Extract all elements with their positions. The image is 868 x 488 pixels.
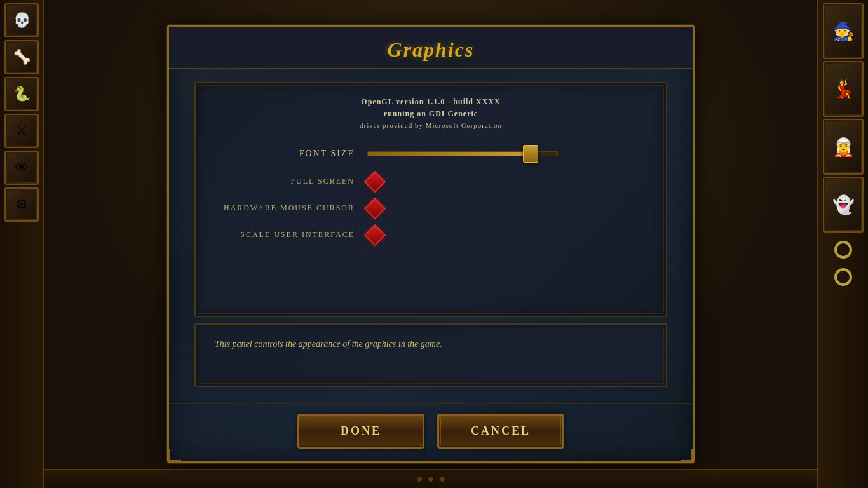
dialog-content: OpenGL version 1.1.0 - build XXXX runnin… — [169, 69, 693, 403]
full-screen-row: Full Screen — [215, 174, 647, 189]
opengl-line-1: OpenGL version 1.1.0 - build XXXX — [215, 96, 647, 108]
settings-panel: OpenGL version 1.1.0 - build XXXX runnin… — [194, 82, 667, 317]
portrait-icon-4: 👁 — [15, 159, 29, 176]
ring-icon-1 — [834, 241, 852, 259]
right-portrait-1[interactable]: 💃 — [823, 61, 864, 117]
right-portrait-3[interactable]: 👻 — [823, 177, 864, 233]
description-area: This panel controls the appearance of th… — [194, 323, 667, 387]
right-portrait-icon-2: 🧝 — [832, 137, 855, 158]
sidebar-portrait-0[interactable]: 💀 — [4, 3, 39, 37]
scale-ui-row: Scale User Interface — [215, 227, 647, 243]
dialog-overlay: Graphics OpenGL version 1.1.0 - build XX… — [44, 0, 817, 488]
right-portrait-icon-1: 💃 — [832, 79, 855, 100]
done-button[interactable]: Done — [297, 414, 424, 449]
right-portrait-0[interactable]: 🧙 — [823, 3, 864, 59]
portrait-icon-5: ⚙ — [15, 196, 28, 213]
portrait-icon-3: ⚔ — [15, 123, 28, 139]
right-sidebar: 🧙 💃 🧝 👻 — [817, 0, 868, 488]
opengl-line-3: driver provided by Microsoft Corporation — [215, 120, 647, 132]
portrait-icon-0: 💀 — [13, 12, 31, 29]
hardware-mouse-cursor-label: Hardware Mouse Cursor — [215, 203, 355, 213]
right-item-ring-2 — [823, 264, 864, 290]
font-size-slider-handle[interactable] — [523, 145, 538, 163]
right-portrait-icon-3: 👻 — [832, 194, 855, 215]
opengl-line-2: running on GDI Generic — [215, 108, 647, 120]
description-text: This panel controls the appearance of th… — [215, 337, 442, 351]
sidebar-portrait-1[interactable]: 🦴 — [4, 40, 39, 74]
left-sidebar: 💀 🦴 🐍 ⚔ 👁 ⚙ — [0, 0, 44, 488]
sidebar-portrait-2[interactable]: 🐍 — [4, 77, 39, 111]
corner-bl — [168, 449, 181, 462]
hardware-mouse-cursor-toggle[interactable] — [364, 198, 386, 219]
graphics-dialog: Graphics OpenGL version 1.1.0 - build XX… — [167, 25, 695, 463]
sidebar-portrait-5[interactable]: ⚙ — [4, 187, 39, 222]
corner-br — [681, 449, 693, 462]
font-size-slider-track — [367, 151, 558, 156]
dialog-title: Graphics — [182, 38, 680, 62]
hardware-mouse-cursor-row: Hardware Mouse Cursor — [215, 201, 647, 216]
scale-ui-toggle[interactable] — [364, 224, 386, 246]
cancel-button[interactable]: Cancel — [437, 414, 564, 449]
full-screen-toggle[interactable] — [364, 171, 386, 193]
dialog-title-area: Graphics — [169, 27, 693, 69]
font-size-slider-container[interactable] — [367, 147, 558, 160]
font-size-slider-fill — [368, 152, 532, 156]
scale-ui-label: Scale User Interface — [215, 230, 355, 240]
sidebar-portrait-3[interactable]: ⚔ — [4, 114, 39, 148]
ring-icon-2 — [834, 268, 852, 286]
right-item-ring-1 — [823, 237, 864, 262]
full-screen-label: Full Screen — [215, 177, 355, 186]
right-portrait-icon-0: 🧙 — [832, 21, 855, 42]
opengl-info: OpenGL version 1.1.0 - build XXXX runnin… — [215, 96, 647, 132]
font-size-row: Font Size — [215, 147, 647, 160]
sidebar-portrait-4[interactable]: 👁 — [4, 151, 39, 185]
right-portrait-2[interactable]: 🧝 — [823, 119, 864, 175]
portrait-icon-2: 🐍 — [13, 86, 31, 102]
buttons-area: Done Cancel — [169, 403, 693, 461]
font-size-label: Font Size — [215, 149, 355, 159]
portrait-icon-1: 🦴 — [13, 49, 31, 65]
